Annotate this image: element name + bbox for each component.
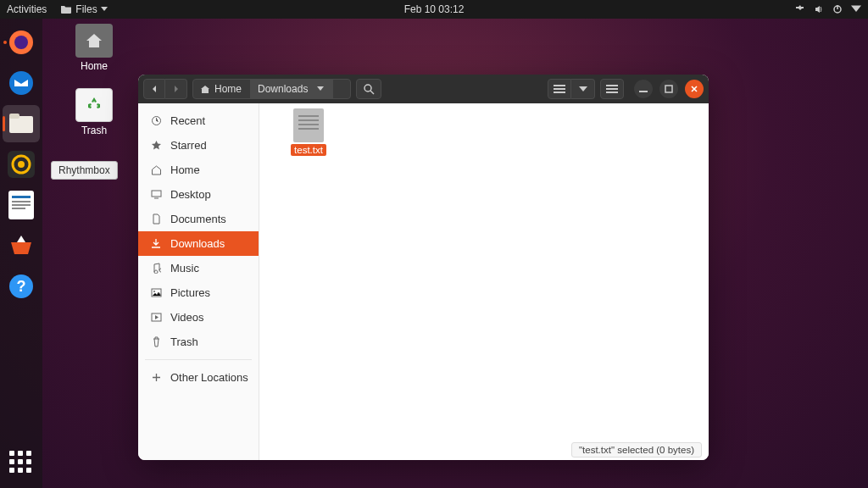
sidebar-item-home[interactable]: Home [138, 158, 259, 182]
sidebar-item-documents[interactable]: Documents [138, 207, 259, 231]
dock: ? [0, 19, 42, 488]
svg-rect-24 [606, 92, 618, 93]
svg-point-4 [9, 71, 33, 95]
view-list-button[interactable] [548, 79, 571, 99]
svg-rect-6 [9, 114, 19, 119]
sidebar-item-label: Recent [170, 114, 205, 127]
app-menu-label: Files [75, 3, 97, 15]
svg-rect-23 [606, 88, 618, 90]
svg-rect-14 [12, 208, 25, 209]
text-file-icon [293, 108, 324, 142]
svg-rect-13 [12, 204, 31, 206]
svg-rect-22 [606, 85, 618, 86]
path-seg-home[interactable]: Home [193, 80, 251, 98]
home-icon [85, 32, 103, 49]
dock-item-rhythmbox[interactable] [3, 146, 40, 183]
svg-rect-19 [554, 85, 565, 86]
plus-icon [150, 373, 162, 382]
volume-icon[interactable] [814, 4, 824, 14]
desktop-icon-label: Home [68, 60, 120, 72]
sidebar-item-label: Other Locations [170, 371, 248, 384]
sidebar: Recent Starred Home Desktop Documents Do… [138, 103, 259, 460]
trash-icon [150, 336, 162, 347]
sidebar-item-label: Downloads [170, 237, 225, 250]
document-icon [150, 214, 162, 225]
svg-point-17 [364, 85, 371, 92]
sidebar-item-videos[interactable]: Videos [138, 305, 259, 330]
download-icon [150, 238, 162, 249]
sidebar-item-downloads[interactable]: Downloads [138, 231, 259, 256]
sidebar-item-label: Starred [170, 139, 207, 152]
dock-item-files[interactable] [3, 105, 40, 142]
power-icon[interactable] [832, 4, 843, 14]
svg-text:?: ? [17, 278, 26, 295]
search-button[interactable] [356, 79, 381, 99]
sidebar-item-label: Pictures [170, 286, 210, 299]
sidebar-item-starred[interactable]: Starred [138, 133, 259, 158]
file-item[interactable]: test.txt [278, 108, 339, 156]
svg-rect-12 [12, 201, 31, 202]
video-icon [150, 313, 162, 322]
forward-button[interactable] [165, 79, 187, 99]
sidebar-item-label: Documents [170, 213, 226, 225]
dock-item-firefox[interactable] [3, 24, 40, 61]
titlebar[interactable]: Home Downloads [138, 75, 709, 103]
sidebar-item-music[interactable]: Music [138, 256, 259, 280]
path-seg-label: Downloads [258, 83, 308, 95]
hamburger-menu-button[interactable] [600, 79, 624, 99]
chevron-down-icon [317, 86, 324, 92]
path-seg-downloads[interactable]: Downloads [251, 80, 333, 98]
sidebar-item-label: Music [170, 262, 199, 274]
svg-rect-26 [665, 86, 672, 92]
svg-rect-21 [554, 92, 565, 93]
activities-button[interactable]: Activities [7, 3, 47, 15]
sidebar-item-trash[interactable]: Trash [138, 330, 259, 354]
dock-item-libreoffice[interactable] [3, 186, 40, 224]
recycle-icon [85, 96, 103, 114]
svg-point-9 [18, 161, 25, 168]
sidebar-item-label: Desktop [170, 188, 211, 201]
svg-line-18 [370, 91, 374, 94]
desktop-icon-home[interactable]: Home [68, 24, 120, 72]
svg-rect-11 [12, 196, 31, 198]
clock[interactable]: Feb 10 03:12 [404, 3, 465, 15]
status-bar: "test.txt" selected (0 bytes) [571, 442, 702, 458]
desktop-icon-trash[interactable]: Trash [68, 88, 120, 136]
close-button[interactable] [685, 80, 704, 98]
sidebar-item-desktop[interactable]: Desktop [138, 182, 259, 207]
files-window: Home Downloads Recent Starred Home Deskt… [138, 75, 709, 460]
sidebar-item-other-locations[interactable]: Other Locations [138, 365, 259, 390]
picture-icon [150, 288, 162, 297]
maximize-button[interactable] [659, 80, 678, 98]
app-menu-files[interactable]: Files [60, 3, 107, 15]
desktop-icon-label: Trash [68, 125, 120, 136]
sidebar-item-recent[interactable]: Recent [138, 108, 259, 133]
tooltip: Rhythmbox [51, 161, 118, 180]
pathbar: Home Downloads [192, 79, 351, 99]
clock-icon [150, 115, 162, 126]
sidebar-item-label: Trash [170, 336, 198, 348]
network-icon[interactable] [795, 4, 805, 14]
svg-point-31 [153, 291, 155, 292]
svg-point-3 [14, 36, 28, 49]
home-icon [200, 85, 210, 94]
view-options-button[interactable] [571, 79, 595, 99]
svg-rect-20 [554, 88, 565, 90]
top-panel: Activities Files Feb 10 03:12 [0, 0, 868, 19]
desktop-icon [150, 190, 162, 199]
home-icon [150, 165, 162, 175]
path-seg-label: Home [214, 83, 242, 95]
star-icon [150, 140, 162, 151]
sidebar-item-label: Home [170, 164, 200, 176]
dock-item-software[interactable] [3, 227, 40, 264]
dock-item-thunderbird[interactable] [3, 64, 40, 102]
dock-item-help[interactable]: ? [3, 268, 40, 305]
back-button[interactable] [143, 79, 165, 99]
sidebar-item-pictures[interactable]: Pictures [138, 280, 259, 305]
chevron-down-icon[interactable] [851, 4, 861, 14]
minimize-button[interactable] [634, 80, 653, 98]
dock-show-apps[interactable] [3, 444, 40, 481]
svg-rect-28 [152, 191, 161, 197]
file-view[interactable]: test.txt "test.txt" selected (0 bytes) [259, 103, 709, 460]
music-icon [150, 263, 162, 274]
